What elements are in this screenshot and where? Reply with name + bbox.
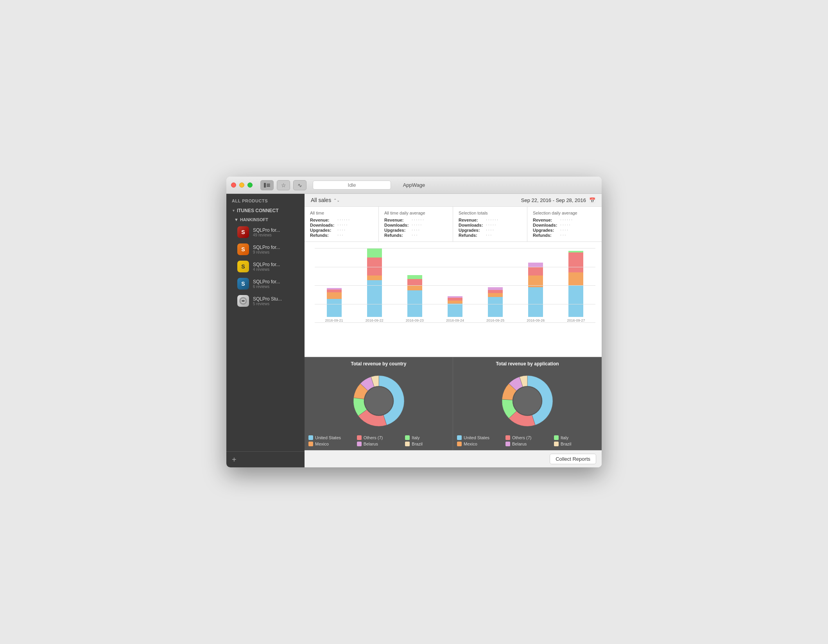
- legend-item: Others (7): [505, 435, 549, 440]
- donut-app-legend: United StatesOthers (7)ItalyMexicoBelaru…: [457, 435, 598, 446]
- minimize-button[interactable]: [239, 182, 244, 188]
- stats-title-2: Selection totals: [459, 211, 522, 215]
- sidebar-item-app-3[interactable]: S SQLPro for... 4 reviews: [226, 258, 305, 275]
- stats-title-3: Selection daily average: [533, 211, 596, 215]
- stat-label-3-1: Downloads:: [533, 223, 557, 227]
- stat-label-3-2: Upgrades:: [533, 228, 557, 233]
- legend-item: United States: [308, 435, 352, 440]
- legend-color-swatch: [505, 442, 510, 446]
- titlebar: ☆ ∿ Idle AppWage: [226, 177, 602, 194]
- legend-label: Others (7): [512, 435, 532, 440]
- stats-all-time: All time Revenue:· · · · · · Downloads:·…: [305, 207, 379, 242]
- legend-label: Brazil: [412, 442, 423, 446]
- app-info-2: SQLPro for... 9 reviews: [253, 245, 280, 254]
- itunes-connect-group[interactable]: ▼ ITUNES CONNECT: [226, 206, 305, 216]
- app-info-3: SQLPro for... 4 reviews: [253, 262, 280, 272]
- sales-label: All sales: [311, 197, 331, 203]
- legend-item: Brazil: [554, 442, 598, 446]
- content-topbar: All sales ⌃⌄ Sep 22, 2016 - Sep 28, 2016…: [305, 194, 602, 207]
- sidebar-item-app-4[interactable]: S SQLPro for... 6 reviews: [226, 275, 305, 292]
- sales-dropdown[interactable]: All sales ⌃⌄: [311, 197, 340, 203]
- stat-label-0-0: Revenue:: [310, 218, 334, 222]
- stat-val-1-0: · · · · · ·: [412, 218, 447, 222]
- legend-color-swatch: [457, 435, 462, 440]
- legend-label: Italy: [561, 435, 568, 440]
- app-info-1: SQLPro for... 49 reviews: [253, 227, 280, 237]
- legend-item: Belarus: [505, 442, 549, 446]
- app-reviews-4: 6 reviews: [253, 284, 280, 289]
- bar-date-label: 2016-09-24: [446, 318, 464, 322]
- date-range: Sep 22, 2016 - Sep 28, 2016 📅: [521, 197, 595, 203]
- legend-color-swatch: [357, 442, 362, 446]
- stat-val-3-0: · · · · · ·: [560, 218, 596, 222]
- stat-label-3-0: Revenue:: [533, 218, 557, 222]
- sidebar-toggle-button[interactable]: [260, 180, 274, 190]
- svg-rect-1: [267, 184, 270, 184]
- app-icon-2: S: [237, 243, 249, 255]
- legend-item: Italy: [554, 435, 598, 440]
- legend-label: Belarus: [512, 442, 527, 446]
- stat-label-0-3: Refunds:: [310, 233, 334, 238]
- legend-color-swatch: [405, 442, 410, 446]
- bar-group: 2016-09-25: [476, 248, 515, 322]
- maximize-button[interactable]: [247, 182, 253, 188]
- all-products-header: ALL PRODUCTS: [226, 194, 305, 206]
- stats-selection-daily: Selection daily average Revenue:· · · · …: [527, 207, 602, 242]
- content-pane: All sales ⌃⌄ Sep 22, 2016 - Sep 28, 2016…: [305, 194, 602, 467]
- stat-val-3-3: · · ·: [560, 233, 596, 238]
- stats-selection-totals: Selection totals Revenue:· · · · · · Dow…: [453, 207, 527, 242]
- stat-label-0-1: Downloads:: [310, 223, 334, 227]
- stats-grid-2: Revenue:· · · · · · Downloads:· · · · · …: [459, 218, 522, 238]
- chevron-icon: ⌃⌄: [333, 198, 340, 202]
- stat-val-2-3: · · ·: [486, 233, 522, 238]
- bottom-bar: Collect Reports: [305, 450, 602, 467]
- legend-color-swatch: [505, 435, 510, 440]
- legend-label: Belarus: [364, 442, 378, 446]
- svg-rect-3: [267, 186, 270, 187]
- chart-button[interactable]: ∿: [293, 180, 306, 190]
- app-name-2: SQLPro for...: [253, 245, 280, 250]
- donut-country-chart: [348, 370, 410, 432]
- legend-item: Mexico: [457, 442, 501, 446]
- app-reviews-5: 5 reviews: [253, 302, 282, 306]
- sidebar-item-app-1[interactable]: S SQLPro for... 49 reviews: [226, 224, 305, 241]
- stat-val-0-3: · · ·: [337, 233, 373, 238]
- collect-reports-button[interactable]: Collect Reports: [550, 454, 596, 464]
- stats-daily-avg: All time daily average Revenue:· · · · ·…: [379, 207, 453, 242]
- itunes-connect-label: ITUNES CONNECT: [237, 208, 279, 213]
- close-button[interactable]: [231, 182, 236, 188]
- bar-date-label: 2016-09-23: [406, 318, 424, 322]
- stat-label-3-3: Refunds:: [533, 233, 557, 238]
- sidebar-item-app-2[interactable]: S SQLPro for... 9 reviews: [226, 241, 305, 258]
- sidebar-footer: +: [226, 451, 305, 467]
- legend-color-swatch: [457, 442, 462, 446]
- app-icon-4: S: [237, 278, 249, 290]
- stat-label-2-0: Revenue:: [459, 218, 483, 222]
- app-name-1: SQLPro for...: [253, 227, 280, 233]
- arrow-icon: ▼: [232, 209, 235, 213]
- app-icon-3: S: [237, 261, 249, 272]
- stat-val-1-1: · · · · ·: [412, 223, 447, 227]
- calendar-icon[interactable]: 📅: [589, 197, 595, 203]
- app-info-5: SQLPro Stu... 5 reviews: [253, 296, 282, 306]
- add-button[interactable]: +: [232, 456, 237, 463]
- toolbar-icons: ☆ ∿: [260, 180, 306, 190]
- legend-color-swatch: [554, 442, 559, 446]
- bar-group: 2016-09-27: [557, 248, 595, 322]
- legend-label: Others (7): [364, 435, 383, 440]
- sidebar-item-app-5[interactable]: SQLPro Stu... 5 reviews: [226, 292, 305, 309]
- stats-title-0: All time: [310, 211, 373, 215]
- app-reviews-1: 49 reviews: [253, 233, 280, 237]
- stat-val-2-0: · · · · · ·: [486, 218, 522, 222]
- stat-label-1-3: Refunds:: [384, 233, 409, 238]
- legend-color-swatch: [308, 435, 313, 440]
- hankinsoft-group[interactable]: ▼ HANKINSOFT: [226, 216, 305, 224]
- favorites-button[interactable]: ☆: [277, 180, 290, 190]
- stat-val-0-0: · · · · · ·: [337, 218, 373, 222]
- stats-grid-3: Revenue:· · · · · · Downloads:· · · · · …: [533, 218, 596, 238]
- stat-val-3-2: · · · ·: [560, 228, 596, 233]
- bar-group: 2016-09-23: [395, 248, 434, 322]
- stat-label-2-1: Downloads:: [459, 223, 483, 227]
- arrow-icon: ▼: [234, 217, 238, 222]
- bar-date-label: 2016-09-22: [366, 318, 384, 322]
